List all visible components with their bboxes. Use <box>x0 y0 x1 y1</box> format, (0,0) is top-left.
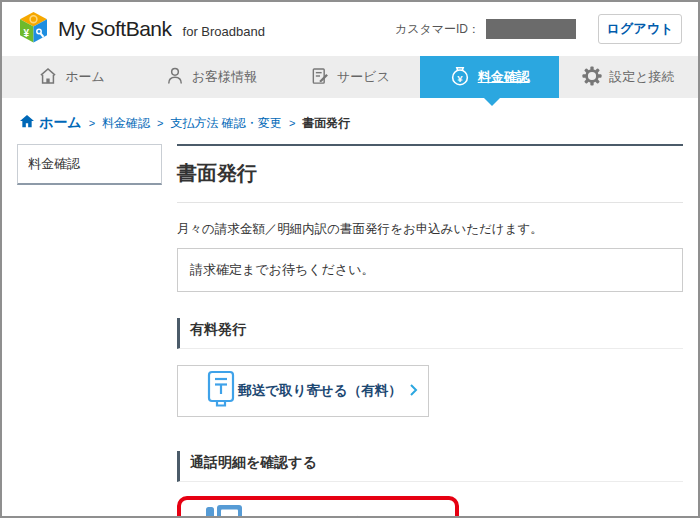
chevron-right-icon <box>410 382 418 400</box>
breadcrumb: ホーム > 料金確認 > 支払方法 確認・変更 > 書面発行 <box>2 98 698 140</box>
postbox-icon <box>204 369 238 413</box>
tab-fee-check[interactable]: ¥ 料金確認 <box>420 56 559 98</box>
customer-id-redacted-value <box>486 19 576 39</box>
gear-icon <box>582 66 602 89</box>
mail-order-button[interactable]: 郵送で取り寄せる（有料） <box>177 365 429 417</box>
breadcrumb-payment-method-link[interactable]: 支払方法 確認・変更 <box>171 115 282 132</box>
main-panel: 書面発行 月々の請求金額／明細内訳の書面発行をお申込みいただけます。 請求確定ま… <box>177 144 683 518</box>
breadcrumb-fee-check-link[interactable]: 料金確認 <box>102 115 150 132</box>
tab-home[interactable]: ホーム <box>2 56 141 98</box>
brand-subtitle: for Broadband <box>183 20 265 39</box>
main-nav: ホーム お客様情報 サービス <box>2 56 698 98</box>
active-tab-pointer <box>484 98 500 106</box>
page-description: 月々の請求金額／明細内訳の書面発行をお申込みいただけます。 <box>177 221 683 238</box>
mail-order-button-label: 郵送で取り寄せる（有料） <box>238 382 401 400</box>
phone-icon <box>205 505 243 518</box>
sidebar: 料金確認 <box>17 144 162 518</box>
tab-fee-check-label: 料金確認 <box>478 68 530 86</box>
section-heading-call-detail: 通話明細を確認する <box>177 451 683 482</box>
logout-button[interactable]: ログアウト <box>598 14 682 44</box>
softbank-cube-logo-icon: ¥ <box>18 11 49 48</box>
call-detail-button[interactable]: 通話明細を確認する <box>177 496 459 518</box>
home-icon <box>38 66 58 89</box>
header: ¥ My SoftBank for Broadband カスタマーID： ログア… <box>2 2 698 56</box>
brand: ¥ My SoftBank for Broadband <box>18 11 265 48</box>
sidebar-item-fee-check[interactable]: 料金確認 <box>17 144 162 185</box>
breadcrumb-home-link[interactable]: ホーム <box>20 114 82 132</box>
tab-customer-info-label: お客様情報 <box>192 68 257 86</box>
brand-title: My SoftBank <box>58 17 172 41</box>
user-icon <box>165 66 185 89</box>
breadcrumb-separator: > <box>89 117 95 129</box>
yen-bag-icon: ¥ <box>449 65 471 90</box>
page: ¥ My SoftBank for Broadband カスタマーID： ログア… <box>0 0 700 518</box>
header-right: カスタマーID： ログアウト <box>395 14 682 44</box>
billing-notice-box: 請求確定までお待ちください。 <box>177 248 683 292</box>
service-document-icon <box>310 66 330 89</box>
breadcrumb-current-page: 書面発行 <box>302 115 350 132</box>
tab-customer-info[interactable]: お客様情報 <box>141 56 280 98</box>
tab-service-label: サービス <box>337 68 390 86</box>
svg-text:¥: ¥ <box>457 72 463 83</box>
content: 料金確認 書面発行 月々の請求金額／明細内訳の書面発行をお申込みいただけます。 … <box>2 140 698 518</box>
breadcrumb-separator: > <box>157 117 163 129</box>
page-title: 書面発行 <box>177 146 683 203</box>
breadcrumb-separator: > <box>289 117 295 129</box>
svg-text:¥: ¥ <box>23 27 29 38</box>
home-icon <box>20 115 34 131</box>
tab-settings-label: 設定と接続 <box>609 68 674 86</box>
breadcrumb-home-label: ホーム <box>39 114 82 132</box>
section-heading-paid-issue: 有料発行 <box>177 318 683 349</box>
tab-home-label: ホーム <box>65 68 105 86</box>
tab-settings[interactable]: 設定と接続 <box>559 56 698 98</box>
tab-service[interactable]: サービス <box>280 56 419 98</box>
mail-order-button-content: 郵送で取り寄せる（有料） <box>238 382 428 400</box>
customer-id-label: カスタマーID： <box>395 21 480 38</box>
